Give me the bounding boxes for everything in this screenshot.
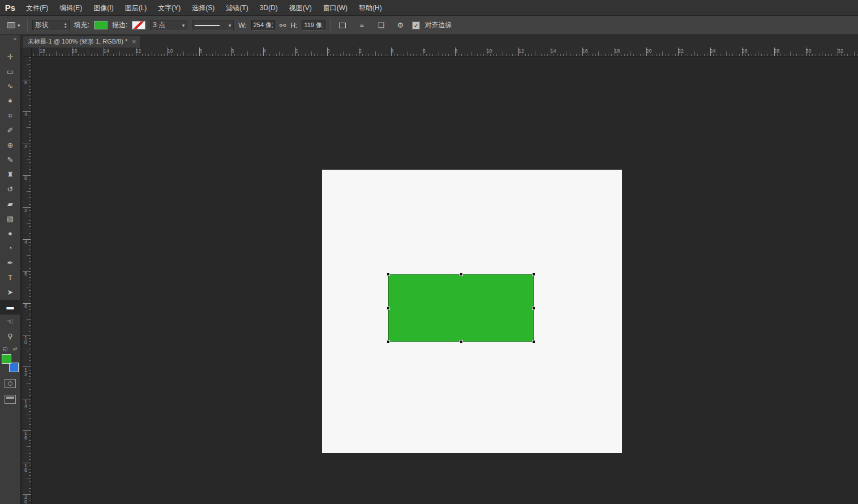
- stroke-width-input[interactable]: 3 点 ▾: [150, 20, 187, 31]
- ruler-tick: [29, 348, 31, 348]
- menu-item[interactable]: 图层(L): [119, 0, 153, 15]
- screen-mode-button[interactable]: [5, 395, 16, 404]
- ruler-horizontal[interactable]: 1816141210864202468101214161820222426283…: [32, 48, 858, 57]
- gear-button[interactable]: ⚙: [393, 19, 407, 32]
- ruler-tick: [29, 245, 31, 246]
- path-alignment-button[interactable]: ≡: [354, 19, 369, 32]
- rectangle-tool[interactable]: ▬: [0, 300, 20, 315]
- link-dimensions-icon[interactable]: ⚯: [280, 21, 286, 30]
- ruler-tick: [29, 389, 31, 390]
- path-operations-button[interactable]: [335, 19, 350, 32]
- ruler-corner[interactable]: [23, 48, 32, 57]
- ruler-tick: [29, 169, 31, 170]
- ruler-tick: [29, 501, 31, 501]
- menu-item[interactable]: 窗口(W): [318, 0, 353, 15]
- path-arrange-button[interactable]: ❏: [374, 19, 388, 32]
- history-brush-tool[interactable]: ↺: [0, 182, 20, 197]
- menu-item[interactable]: 视图(V): [284, 0, 318, 15]
- ruler-tick: [372, 54, 372, 56]
- ruler-tick: [29, 185, 31, 186]
- menu-item[interactable]: 编辑(E): [54, 0, 88, 15]
- path-selection-tool[interactable]: ➤: [0, 285, 20, 300]
- fill-swatch[interactable]: [94, 21, 108, 29]
- menu-item[interactable]: 帮助(H): [353, 0, 388, 15]
- menu-item[interactable]: 3D(D): [254, 0, 284, 15]
- menu-item[interactable]: 文字(Y): [152, 0, 186, 15]
- menu-item[interactable]: 文件(F): [20, 0, 54, 15]
- ruler-tick: [586, 54, 586, 56]
- ruler-tick: [765, 54, 765, 56]
- ruler-tick: [777, 54, 778, 56]
- ruler-tick: [503, 51, 503, 56]
- stroke-swatch[interactable]: [132, 21, 145, 29]
- quick-mask-button[interactable]: [5, 379, 16, 388]
- ruler-vertical[interactable]: 642024681 01 21 41 61 82 0: [23, 57, 32, 504]
- swap-colors-icon[interactable]: ⇄: [13, 346, 18, 352]
- ruler-tick: [171, 54, 171, 56]
- ruler-label: 12: [518, 48, 524, 54]
- gradient-tool[interactable]: ▧: [0, 212, 20, 226]
- eyedropper-tool[interactable]: ✐: [0, 123, 20, 138]
- ruler-tick: [567, 51, 567, 56]
- ruler-tick: [739, 54, 740, 56]
- stroke-style-select[interactable]: ▾: [192, 20, 234, 31]
- ruler-tick: [324, 54, 324, 56]
- menu-item[interactable]: 选择(S): [186, 0, 220, 15]
- align-edges-checkbox[interactable]: ✓: [412, 21, 420, 29]
- zoom-tool[interactable]: ⚲: [0, 329, 20, 344]
- ruler-label: 18: [614, 48, 620, 54]
- menu-item[interactable]: 图像(I): [88, 0, 119, 15]
- ruler-tick: [267, 54, 267, 56]
- ruler-tick: [27, 160, 31, 160]
- hand-tool[interactable]: ☜: [0, 315, 20, 329]
- healing-brush-tool[interactable]: ⊕: [0, 138, 20, 153]
- ruler-tick: [145, 54, 146, 56]
- lasso-tool[interactable]: ∿: [0, 79, 20, 94]
- ruler-tick: [481, 54, 481, 56]
- ruler-tick: [29, 450, 31, 450]
- ruler-tick: [767, 54, 768, 56]
- ruler-tick: [27, 127, 31, 128]
- ruler-tick: [471, 51, 471, 56]
- ruler-tick: [29, 373, 31, 374]
- ruler-tick: [29, 74, 31, 74]
- ruler-tick: [88, 51, 88, 56]
- ruler-tick: [29, 252, 31, 252]
- rect-marquee-tool[interactable]: ▭: [0, 64, 20, 79]
- shape-rect[interactable]: [388, 274, 534, 342]
- height-input[interactable]: [302, 20, 325, 31]
- ruler-tick: [238, 54, 238, 56]
- ruler-label: 0: [327, 48, 330, 54]
- toolbar-expand-icon[interactable]: »: [0, 35, 20, 44]
- blur-tool[interactable]: ●: [0, 226, 20, 241]
- ruler-tick: [474, 54, 474, 56]
- menu-item[interactable]: 滤镜(T): [220, 0, 254, 15]
- default-colors-icon[interactable]: ◱: [3, 346, 8, 352]
- clone-stamp-tool[interactable]: ♜: [0, 167, 20, 182]
- eraser-tool[interactable]: ▰: [0, 197, 20, 212]
- tab-close-icon[interactable]: ×: [132, 38, 136, 46]
- ruler-tick: [780, 54, 781, 56]
- foreground-color-swatch[interactable]: [2, 354, 11, 364]
- quick-selection-tool[interactable]: ✶: [0, 94, 20, 109]
- screen-icon: [6, 397, 14, 399]
- width-input[interactable]: [251, 20, 275, 31]
- move-tool[interactable]: ✛: [0, 50, 20, 64]
- ruler-tick: [29, 313, 31, 313]
- ruler-tick: [633, 54, 634, 56]
- document-tab[interactable]: 未标题-1 @ 100% (矩形 1, RGB/8) * ×: [23, 35, 141, 48]
- width-label: W:: [238, 21, 246, 29]
- pen-tool[interactable]: ✒: [0, 256, 20, 270]
- tool-preset-picker[interactable]: ▾: [5, 21, 23, 29]
- ruler-tick: [29, 370, 31, 371]
- type-tool[interactable]: T: [0, 270, 20, 285]
- ruler-tick: [29, 402, 31, 402]
- tool-mode-select[interactable]: 形状 ▴ ▾: [32, 20, 70, 31]
- ruler-tick: [410, 54, 411, 56]
- crop-tool[interactable]: ⌗: [0, 109, 20, 123]
- ruler-tick: [429, 54, 430, 56]
- background-color-swatch[interactable]: [9, 363, 19, 372]
- brush-tool[interactable]: ✎: [0, 153, 20, 167]
- ruler-tick: [113, 54, 114, 56]
- dodge-tool[interactable]: ◔: [0, 241, 20, 256]
